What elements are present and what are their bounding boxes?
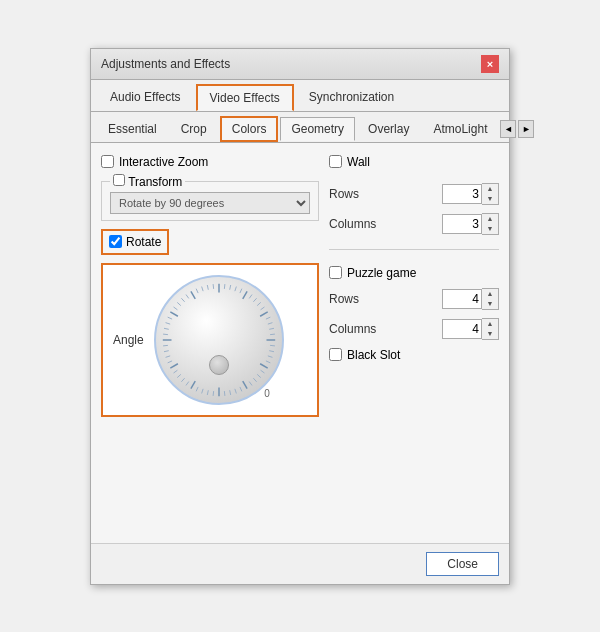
svg-line-51 <box>173 306 177 309</box>
puzzle-columns-buttons: ▲ ▼ <box>482 318 499 340</box>
puzzle-rows-input[interactable] <box>442 289 482 309</box>
puzzle-columns-input[interactable] <box>442 319 482 339</box>
black-slot-row: Black Slot <box>329 346 499 364</box>
puzzle-columns-up[interactable]: ▲ <box>482 319 498 329</box>
svg-line-5 <box>242 291 246 299</box>
svg-line-47 <box>164 328 169 329</box>
rotate-dropdown-row: Rotate by 90 degrees <box>110 192 310 214</box>
svg-line-6 <box>249 294 252 298</box>
main-tabs: Audio Effects Video Effects Synchronizat… <box>91 80 509 112</box>
wall-rows-spinner: ▲ ▼ <box>442 183 499 205</box>
svg-line-31 <box>213 391 214 396</box>
puzzle-rows-down[interactable]: ▼ <box>482 299 498 309</box>
wall-columns-buttons: ▲ ▼ <box>482 213 499 235</box>
tab-geometry[interactable]: Geometry <box>280 117 355 141</box>
svg-line-7 <box>253 298 256 302</box>
svg-line-25 <box>242 381 246 389</box>
svg-line-22 <box>257 374 261 377</box>
wall-section: Wall Rows ▲ ▼ Columns <box>329 153 499 235</box>
puzzle-rows-row: Rows ▲ ▼ <box>329 288 499 310</box>
transform-checkbox[interactable] <box>113 174 125 186</box>
puzzle-columns-spinner: ▲ ▼ <box>442 318 499 340</box>
wall-rows-up[interactable]: ▲ <box>482 184 498 194</box>
svg-line-18 <box>268 355 273 356</box>
svg-line-33 <box>201 388 202 393</box>
tab-scroll-arrows: ◄ ► <box>500 120 534 138</box>
tab-essential[interactable]: Essential <box>97 117 168 141</box>
svg-line-54 <box>186 294 189 298</box>
tab-synchronization[interactable]: Synchronization <box>296 84 407 111</box>
svg-line-39 <box>173 370 177 373</box>
svg-line-8 <box>257 302 261 305</box>
interactive-zoom-row: Interactive Zoom <box>101 153 319 171</box>
svg-line-58 <box>207 285 208 290</box>
knob-ticks-svg: // This will be handled by the JS below <box>156 277 282 403</box>
wall-rows-down[interactable]: ▼ <box>482 194 498 204</box>
zero-label: 0 <box>264 388 270 399</box>
puzzle-row: Puzzle game <box>329 264 499 282</box>
tab-overlay[interactable]: Overlay <box>357 117 420 141</box>
wall-columns-row: Columns ▲ ▼ <box>329 213 499 235</box>
svg-line-17 <box>269 350 274 351</box>
tab-audio-effects[interactable]: Audio Effects <box>97 84 194 111</box>
svg-line-37 <box>181 378 184 382</box>
adjustments-dialog: Adjustments and Effects × Audio Effects … <box>90 48 510 585</box>
wall-checkbox[interactable] <box>329 155 342 168</box>
puzzle-section: Puzzle game Rows ▲ ▼ C <box>329 264 499 364</box>
wall-columns-label: Columns <box>329 217 442 231</box>
wall-label: Wall <box>347 155 370 169</box>
puzzle-rows-buttons: ▲ ▼ <box>482 288 499 310</box>
black-slot-checkbox[interactable] <box>329 348 342 361</box>
svg-line-59 <box>213 284 214 289</box>
puzzle-rows-spinner: ▲ ▼ <box>442 288 499 310</box>
wall-rows-buttons: ▲ ▼ <box>482 183 499 205</box>
sub-tabs: Essential Crop Colors Geometry Overlay A… <box>91 112 509 143</box>
svg-line-13 <box>269 328 274 329</box>
svg-line-52 <box>177 302 181 305</box>
svg-line-19 <box>266 360 270 362</box>
puzzle-columns-row: Columns ▲ ▼ <box>329 318 499 340</box>
wall-rows-label: Rows <box>329 187 442 201</box>
puzzle-checkbox[interactable] <box>329 266 342 279</box>
wall-columns-input[interactable] <box>442 214 482 234</box>
svg-line-14 <box>270 334 275 335</box>
wall-columns-down[interactable]: ▼ <box>482 224 498 234</box>
interactive-zoom-checkbox[interactable] <box>101 155 114 168</box>
wall-rows-input[interactable] <box>442 184 482 204</box>
angle-section: Angle // This will be handled by the JS … <box>101 263 319 417</box>
svg-line-53 <box>181 298 184 302</box>
puzzle-spinners: Rows ▲ ▼ Columns <box>329 288 499 340</box>
angle-knob[interactable]: // This will be handled by the JS below … <box>154 275 284 405</box>
black-slot-label: Black Slot <box>347 348 400 362</box>
close-dialog-button[interactable]: Close <box>426 552 499 576</box>
wall-columns-up[interactable]: ▲ <box>482 214 498 224</box>
svg-line-26 <box>240 386 242 390</box>
transform-group: Transform Rotate by 90 degrees <box>101 181 319 221</box>
tab-colors[interactable]: Colors <box>220 116 279 142</box>
tab-video-effects[interactable]: Video Effects <box>196 84 294 111</box>
angle-knob-container: // This will be handled by the JS below … <box>154 275 284 405</box>
svg-line-3 <box>235 286 236 291</box>
tab-scroll-left[interactable]: ◄ <box>500 120 516 138</box>
tab-atmolight[interactable]: AtmoLight <box>422 117 498 141</box>
svg-line-24 <box>249 381 252 385</box>
svg-line-56 <box>196 288 198 292</box>
wall-rows-row: Rows ▲ ▼ <box>329 183 499 205</box>
puzzle-columns-down[interactable]: ▼ <box>482 329 498 339</box>
svg-line-38 <box>177 374 181 377</box>
puzzle-rows-up[interactable]: ▲ <box>482 289 498 299</box>
title-bar: Adjustments and Effects × <box>91 49 509 80</box>
tab-crop[interactable]: Crop <box>170 117 218 141</box>
divider <box>329 249 499 250</box>
footer: Close <box>91 543 509 584</box>
svg-line-35 <box>191 381 195 389</box>
svg-line-48 <box>165 322 170 323</box>
svg-line-32 <box>207 390 208 395</box>
rotate-checkbox[interactable] <box>109 235 122 248</box>
rotate-label: Rotate <box>126 235 161 249</box>
tab-scroll-right[interactable]: ► <box>518 120 534 138</box>
window-close-button[interactable]: × <box>481 55 499 73</box>
svg-line-28 <box>229 390 230 395</box>
puzzle-columns-label: Columns <box>329 322 442 336</box>
rotate-dropdown[interactable]: Rotate by 90 degrees <box>110 192 310 214</box>
